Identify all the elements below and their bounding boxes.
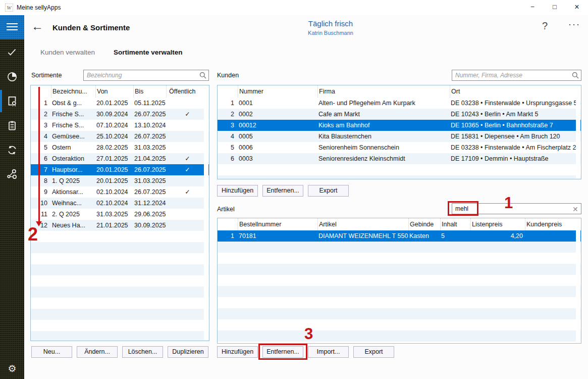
close-button[interactable]: ×: [567, 0, 587, 15]
row-number: 7: [31, 164, 51, 175]
account-block[interactable]: Täglich frisch Katrin Buschmann: [273, 19, 389, 36]
cell-bis: 29.06.2025: [133, 209, 166, 220]
cell-inhalt: 5: [440, 230, 470, 242]
column-header-bestellnummer[interactable]: Bestellnummer: [238, 218, 317, 230]
table-row[interactable]: 12 Neues Ha... 21.01.2025 30.09.2025: [31, 220, 209, 231]
artikel-hinzufuegen-button[interactable]: Hinzufügen: [217, 346, 258, 358]
column-header-rownum[interactable]: [218, 218, 238, 230]
table-row[interactable]: 10 Weihnac... 02.10.2024 31.12.2024: [31, 198, 209, 209]
table-row[interactable]: 1 70181 DIAMANT WEIZENMEHL T 550 ... Kas…: [218, 230, 581, 242]
cell-von: 27.01.2025: [95, 153, 133, 164]
table-row[interactable]: 7 Hauptsor... 20.01.2025 26.07.2025 ✓: [31, 164, 209, 175]
artikel-table: Bestellnummer Artikel Gebinde Inhalt Lis…: [217, 218, 581, 344]
table-row[interactable]: 2 Frische S... 30.09.2024 26.07.2025 ✓: [31, 109, 209, 120]
cell-bezeichnung: Obst & g...: [51, 98, 95, 109]
annotation-arrow-line: [38, 87, 40, 221]
sortimente-search-input[interactable]: [83, 70, 209, 81]
table-row[interactable]: 6 Osteraktion 27.01.2025 21.04.2025 ✓: [31, 153, 209, 164]
table-row[interactable]: 3 00012 Kioks am Bahnhof DE 10365 • Berl…: [218, 120, 581, 131]
loeschen-button[interactable]: Löschen...: [122, 346, 163, 358]
sidebar: ⚙: [0, 15, 24, 379]
table-row[interactable]: 9 Aktionsar... 02.10.2024 26.07.2025 ✓: [31, 186, 209, 198]
column-header-oeffentlich[interactable]: Öffentlich: [166, 85, 209, 98]
column-header-bezeichnung[interactable]: Bezeichnu...: [51, 85, 95, 98]
table-row[interactable]: 2 0002 Cafe am Markt DE 10243 • Berlin •…: [218, 109, 581, 120]
cell-bezeichnung: Ostern: [51, 142, 95, 153]
column-header-inhalt[interactable]: Inhalt: [440, 218, 470, 230]
cell-ort: DE 10243 • Berlin • Am Markt 5: [450, 109, 581, 120]
back-button[interactable]: ←: [31, 19, 43, 33]
scrollbar-gutter[interactable]: [576, 86, 580, 178]
cell-von: 28.02.2025: [95, 142, 133, 153]
tab-sortimente-verwalten[interactable]: Sortimente verwalten: [114, 49, 183, 56]
cell-kundenpreis: [525, 230, 581, 242]
row-number: 1: [218, 230, 238, 242]
account-name: Täglich frisch: [273, 19, 389, 28]
artikel-import-button[interactable]: Import...: [308, 346, 349, 358]
table-row[interactable]: 11 2. Q 2025 31.03.2025 29.06.2025: [31, 209, 209, 220]
pie-chart-icon[interactable]: [6, 71, 18, 83]
table-row[interactable]: 1 0001 Alten- und Pflegeheim Am Kurpark …: [218, 98, 581, 109]
artikel-export-button[interactable]: Export: [353, 346, 394, 358]
share-icon[interactable]: [6, 168, 18, 180]
aendern-button[interactable]: Ändern...: [77, 346, 118, 358]
help-button[interactable]: ?: [542, 20, 548, 32]
column-header-artikel[interactable]: Artikel: [317, 218, 408, 230]
row-number: 4: [31, 131, 51, 142]
kunden-export-button[interactable]: Export: [308, 185, 349, 197]
clear-search-icon[interactable]: ✕: [572, 205, 578, 213]
kunden-search-input[interactable]: [452, 70, 581, 81]
cell-bezeichnung: 2. Q 2025: [51, 209, 95, 220]
column-header-rownum[interactable]: [31, 85, 51, 98]
sync-icon[interactable]: [6, 144, 18, 156]
table-row[interactable]: 4 0005 Kita Blausternchen DE 15831 • Die…: [218, 131, 581, 142]
hamburger-menu-button[interactable]: [0, 15, 24, 39]
row-number: 2: [218, 109, 238, 120]
scrollbar-gutter[interactable]: [576, 219, 580, 343]
table-row[interactable]: 4 Gemüsee... 25.10.2024 26.07.2025: [31, 131, 209, 142]
annotation-step-3: 3: [304, 325, 313, 343]
table-row[interactable]: 8 1. Q 2025 20.01.2025 31.03.2025: [31, 175, 209, 186]
column-header-firma[interactable]: Firma: [317, 85, 450, 98]
cell-oeffentlich-check: ✓: [166, 109, 209, 120]
cell-ort: DE 10365 • Berlin • Bahnhofstraße 7: [450, 120, 581, 131]
neu-button[interactable]: Neu...: [31, 346, 72, 358]
cell-firma: Seniorenresidenz Kleinschmidt: [317, 153, 450, 164]
table-row[interactable]: 5 0006 Seniorenheim Sonnenschein DE 0323…: [218, 142, 581, 153]
column-header-gebinde[interactable]: Gebinde: [408, 218, 440, 230]
maximize-button[interactable]: □: [545, 0, 565, 15]
artikel-table-body: 1 70181 DIAMANT WEIZENMEHL T 550 ... Kas…: [218, 230, 581, 343]
more-button[interactable]: ···: [568, 19, 580, 30]
duplizieren-button[interactable]: Duplizieren: [168, 346, 208, 358]
column-header-nummer[interactable]: Nummer: [238, 85, 317, 98]
cell-nummer: 0001: [238, 98, 317, 109]
row-number: 10: [31, 198, 51, 209]
kunden-entfernen-button[interactable]: Entfernen...: [262, 185, 303, 197]
clipboard-icon[interactable]: [6, 120, 18, 132]
kunden-hinzufuegen-button[interactable]: Hinzufügen: [217, 185, 258, 197]
artikel-label: Artikel: [217, 206, 235, 213]
cell-von: 20.01.2025: [95, 175, 133, 186]
cell-bis: 26.07.2025: [133, 164, 166, 175]
column-header-kundenpreis[interactable]: Kundenpreis: [525, 218, 581, 230]
cell-nummer: 00012: [238, 120, 317, 131]
table-row[interactable]: 3 Frische S... 07.10.2024 13.10.2024: [31, 120, 209, 131]
scrollbar-gutter[interactable]: [204, 86, 208, 340]
column-header-rownum[interactable]: [218, 85, 238, 98]
app-window: W Meine sellyApps – □ × ⚙ ← Kunden: [0, 0, 588, 379]
column-header-bis[interactable]: Bis: [133, 85, 166, 98]
column-header-listenpreis[interactable]: Listenpreis: [470, 218, 525, 230]
minimize-button[interactable]: –: [522, 0, 543, 15]
check-icon[interactable]: [6, 46, 18, 58]
window-title: Meine sellyApps: [17, 0, 61, 15]
cell-bezeichnung: Frische S...: [51, 120, 95, 131]
table-row[interactable]: 1 Obst & g... 20.01.2025 05.11.2025: [31, 98, 209, 109]
table-row[interactable]: 6 0003 Seniorenresidenz Kleinschmidt DE …: [218, 153, 581, 164]
row-number: 5: [218, 142, 238, 153]
certificate-icon[interactable]: [6, 95, 18, 107]
gear-icon[interactable]: ⚙: [6, 362, 19, 375]
table-row[interactable]: 5 Ostern 28.02.2025 31.03.2025: [31, 142, 209, 153]
column-header-ort[interactable]: Ort: [450, 85, 581, 98]
column-header-von[interactable]: Von: [95, 85, 133, 98]
tab-kunden-verwalten[interactable]: Kunden verwalten: [40, 49, 95, 56]
